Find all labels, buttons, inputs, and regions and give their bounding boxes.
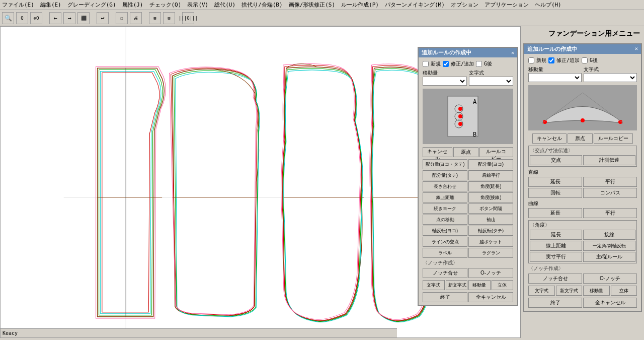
tab-text-style[interactable]: 文字式 [423, 280, 445, 290]
right-origin-button[interactable]: 原点 [568, 133, 593, 144]
move-amount-select[interactable] [423, 77, 467, 86]
right-move-amount-select[interactable] [528, 73, 582, 82]
func-btn-8[interactable]: 続きヨーク [423, 203, 467, 214]
right-cancel-button[interactable]: キャンセル [532, 133, 567, 144]
tb-arrow-left[interactable]: ← [49, 12, 61, 24]
right-end-button[interactable]: 終了 [528, 298, 582, 308]
func-btn-11[interactable]: 袖山 [468, 215, 513, 225]
func-btn-1[interactable]: 配分量(ヨコ) [468, 159, 513, 169]
func-btn-5[interactable]: 角度(延長) [468, 181, 513, 191]
angle-fixed-button[interactable]: 一定角/斜軸反転 [583, 241, 635, 251]
cross-btn-measure[interactable]: 計測伝達 [583, 155, 635, 165]
func-btn-13[interactable]: 軸反転(タテ) [468, 226, 513, 236]
tb-grid2[interactable]: ⊟ [163, 12, 175, 24]
tb-undo[interactable]: ↩ [97, 12, 109, 24]
right-tab-move-amount[interactable]: 移動量 [583, 286, 610, 296]
menu-help[interactable]: ヘルプ(H) [535, 1, 561, 9]
tb-zoom[interactable]: Q [16, 12, 28, 24]
tab-move-amount[interactable]: 移動量 [468, 280, 491, 290]
menu-view[interactable]: 表示(V) [187, 1, 208, 9]
menubar: ファイル(E) 編集(E) グレーディング(G) 属性(J) チェック(Q) 表… [0, 0, 644, 10]
func-btn-12[interactable]: 軸反転(ヨコ) [423, 226, 467, 236]
tb-tool1[interactable]: ⬛ [77, 12, 90, 24]
end-button[interactable]: 終了 [423, 292, 467, 302]
line-parallel-button[interactable]: 平行 [583, 177, 637, 187]
tb-zoom-in[interactable]: 🔍 [2, 12, 14, 24]
o-notch-button[interactable]: O-ノッチ [468, 268, 513, 278]
tb-box[interactable]: ☐ [116, 12, 128, 24]
func-btn-10[interactable]: 点の移動 [423, 215, 467, 225]
checkbox-after[interactable] [476, 61, 482, 67]
main-dialog-close[interactable]: ✕ [511, 50, 514, 55]
func-btn-7[interactable]: 角度(接線) [468, 192, 513, 202]
cancel-all-button[interactable]: 全キャンセル [468, 292, 513, 302]
menu-attr[interactable]: 属性(J) [122, 1, 143, 9]
right-checkbox-new[interactable] [528, 57, 534, 63]
angle-actual-button[interactable]: 実寸平行 [530, 252, 582, 262]
angle-line-dist-button[interactable]: 線上距離 [530, 241, 582, 251]
func-btn-15[interactable]: 脇ポケット [468, 237, 513, 247]
func-btn-14[interactable]: ラインの交点 [423, 237, 467, 247]
right-checkbox-after[interactable] [582, 57, 588, 63]
checkbox-modify[interactable] [443, 61, 449, 67]
line-rotate-button[interactable]: 回転 [528, 188, 582, 198]
notch-align-button[interactable]: ノッチ合せ [423, 268, 467, 278]
func-btn-2[interactable]: 配分量(タテ) [423, 170, 467, 180]
func-btn-4[interactable]: 長さ合わせ [423, 181, 467, 191]
tb-print[interactable]: 🖨 [130, 12, 142, 24]
right-preview [528, 85, 637, 130]
menu-option[interactable]: オプション [451, 1, 478, 9]
line-extend-button[interactable]: 延長 [528, 177, 582, 187]
angle-extend-button[interactable]: 延長 [530, 230, 582, 240]
canvas-area[interactable]: 追加ルールの作成中 ✕ 新規 修正/追加 G後 移動量 [0, 26, 521, 338]
tab-new-text-style[interactable]: 新文字式 [446, 280, 468, 290]
right-dialog-close[interactable]: ✕ [634, 45, 638, 53]
right-end-buttons: 終了 全キャンセル [526, 297, 639, 309]
text-style-select[interactable] [469, 77, 513, 86]
func-btn-9[interactable]: ボタン間隔 [468, 203, 513, 214]
rule-copy-button[interactable]: ルールコピー [479, 147, 513, 157]
cross-btn-intersection[interactable]: 交点 [530, 155, 582, 165]
right-tab-3d[interactable]: 立体 [611, 286, 637, 296]
menu-grading[interactable]: グレーディング(G) [67, 1, 116, 9]
tb-arrow-right[interactable]: → [63, 12, 75, 24]
menu-edit[interactable]: 編集(E) [40, 1, 61, 9]
right-checkbox-modify[interactable] [548, 57, 554, 63]
menu-app[interactable]: アプリケーション [485, 1, 529, 9]
right-bottom-tabs: 文字式 新文字式 移動量 立体 [526, 285, 639, 297]
right-tab-text-style[interactable]: 文字式 [528, 286, 555, 296]
right-cancel-all-button[interactable]: 全キャンセル [583, 298, 637, 308]
origin-button[interactable]: 原点 [453, 147, 478, 157]
right-notch-align-button[interactable]: ノッチ合せ [528, 274, 582, 284]
func-btn-17[interactable]: ラグラン [468, 248, 513, 258]
right-o-notch-button[interactable]: O-ノッチ [583, 274, 637, 284]
tb-grid[interactable]: ⊞ [149, 12, 161, 24]
angle-tangent-button[interactable]: 接線 [583, 230, 635, 240]
tab-3d[interactable]: 立体 [492, 280, 514, 290]
menu-seam[interactable]: 捨代り/合端(B) [242, 1, 283, 9]
menu-check[interactable]: チェック(Q) [149, 1, 182, 9]
menu-image[interactable]: 画像/形状修正(S) [289, 1, 336, 9]
checkbox-new[interactable] [423, 61, 429, 67]
menu-pattern[interactable]: パターンメイキング(M) [385, 1, 445, 9]
curve-parallel-button[interactable]: 平行 [583, 208, 637, 218]
right-dialog-title: 追加ルールの作成中 ✕ [524, 44, 641, 54]
cancel-button[interactable]: キャンセル [423, 147, 452, 157]
tb-pattern[interactable]: |||G||| [182, 12, 194, 24]
tb-zoom2[interactable]: ⊕Q [30, 12, 42, 24]
func-btn-16[interactable]: ラベル [423, 248, 467, 258]
func-btn-3[interactable]: 肩線平行 [468, 170, 513, 180]
menu-file[interactable]: ファイル(E) [2, 1, 34, 9]
func-btn-6[interactable]: 線上距離 [423, 192, 467, 202]
menu-rule[interactable]: ルール作成(P) [341, 1, 379, 9]
cross-section: 〈交点/寸法伝達〉 交点 計測伝達 [528, 146, 637, 167]
func-btn-0[interactable]: 配分量(ヨコ・タテ) [423, 159, 467, 169]
statusbar: Keacy [1, 328, 397, 337]
curve-extend-button[interactable]: 延長 [528, 208, 582, 218]
right-tab-new-text-style[interactable]: 新文字式 [556, 286, 583, 296]
line-compass-button[interactable]: コンパス [583, 188, 637, 198]
right-text-style-select[interactable] [584, 73, 637, 82]
angle-main-sub-button[interactable]: 主/従ルール [583, 252, 635, 262]
right-rule-copy-button[interactable]: ルールコピー [594, 133, 633, 144]
menu-code[interactable]: 総代(U) [214, 1, 235, 9]
